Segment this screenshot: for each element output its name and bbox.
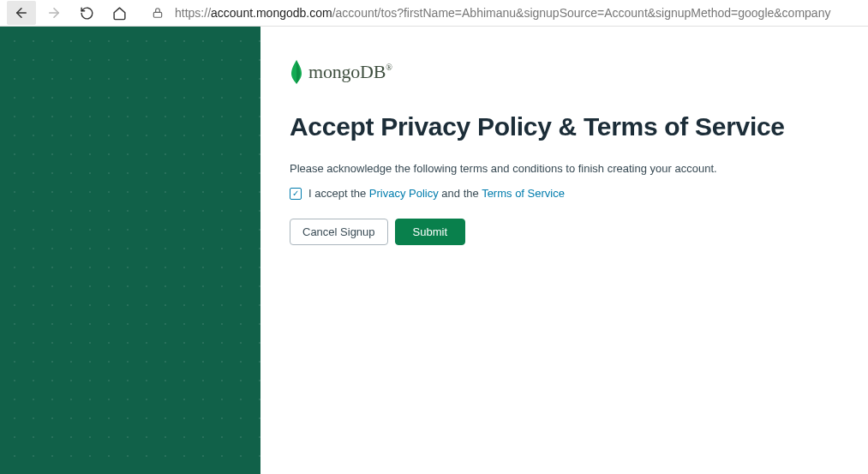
url-path: /account/tos?firstName=Abhimanu&signupSo… bbox=[332, 6, 831, 20]
main-content: mongoDB® Accept Privacy Policy & Terms o… bbox=[260, 27, 868, 474]
decorative-sidebar bbox=[0, 27, 260, 474]
logo-text: mongoDB® bbox=[308, 61, 392, 83]
cancel-signup-button[interactable]: Cancel Signup bbox=[290, 219, 388, 245]
page-body: mongoDB® Accept Privacy Policy & Terms o… bbox=[0, 27, 868, 474]
submit-button[interactable]: Submit bbox=[395, 219, 465, 245]
home-button[interactable] bbox=[105, 1, 134, 25]
lock-icon bbox=[146, 7, 170, 19]
browser-toolbar: https://account.mongodb.com/account/tos?… bbox=[0, 0, 868, 27]
home-icon bbox=[112, 6, 127, 21]
svg-rect-2 bbox=[153, 12, 161, 17]
refresh-button[interactable] bbox=[72, 1, 101, 25]
url-host: account.mongodb.com bbox=[211, 6, 332, 20]
accept-checkbox[interactable]: ✓ bbox=[290, 188, 302, 200]
accept-row: ✓ I accept the Privacy Policy and the Te… bbox=[290, 187, 839, 200]
intro-text: Please acknowledge the following terms a… bbox=[290, 162, 839, 175]
mongodb-logo: mongoDB® bbox=[290, 59, 839, 85]
leaf-icon bbox=[290, 59, 303, 85]
arrow-left-icon bbox=[14, 5, 29, 21]
refresh-icon bbox=[80, 6, 94, 21]
page-heading: Accept Privacy Policy & Terms of Service bbox=[290, 112, 839, 141]
accept-label: I accept the Privacy Policy and the Term… bbox=[308, 187, 565, 200]
arrow-right-icon bbox=[46, 5, 62, 21]
button-row: Cancel Signup Submit bbox=[290, 219, 839, 245]
address-bar[interactable]: https://account.mongodb.com/account/tos?… bbox=[173, 6, 861, 20]
terms-of-service-link[interactable]: Terms of Service bbox=[482, 187, 565, 200]
forward-button[interactable] bbox=[39, 1, 69, 25]
back-button[interactable] bbox=[7, 1, 36, 25]
privacy-policy-link[interactable]: Privacy Policy bbox=[369, 187, 439, 200]
url-prefix: https:// bbox=[175, 6, 211, 20]
